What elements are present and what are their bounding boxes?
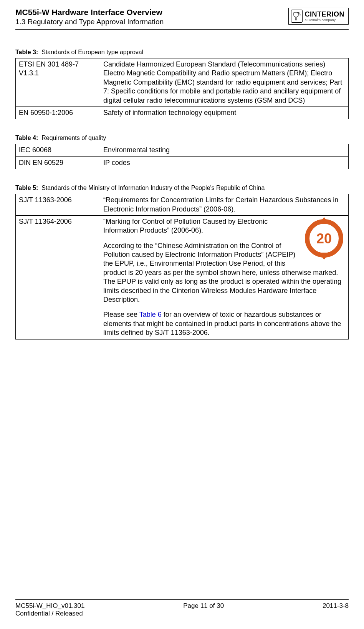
- doc-section: 1.3 Regulatory and Type Approval Informa…: [15, 18, 288, 26]
- table4-caption: Table 4: Requirements of quality: [15, 135, 349, 141]
- table4: IEC 60068 Environmental testing DIN EN 6…: [15, 144, 349, 169]
- table5-label: Table 5:: [15, 185, 38, 191]
- cell: SJ/T 11364-2006: [16, 215, 100, 339]
- logo-main-text: CINTERION: [305, 11, 345, 18]
- table3: ETSI EN 301 489-7 V1.3.1 Candidate Harmo…: [15, 58, 349, 119]
- table3-caption: Table 3: Standards of European type appr…: [15, 49, 349, 56]
- header-divider: [15, 29, 349, 30]
- signal-icon: [291, 10, 303, 23]
- title-block: MC55i-W Hardware Interface Overview 1.3 …: [15, 8, 288, 26]
- cell: Safety of information technology equipme…: [100, 106, 349, 119]
- cell: Candidate Harmonized European Standard (…: [100, 58, 349, 107]
- cell: SJ/T 11363-2006: [16, 194, 100, 216]
- main-content: Table 3: Standards of European type appr…: [15, 49, 349, 339]
- table3-label: Table 3:: [15, 49, 38, 55]
- t5r2-p3: Please see Table 6 for an overview of to…: [103, 310, 345, 337]
- table-row: DIN EN 60529 IP codes: [16, 156, 349, 169]
- footer-divider: [15, 599, 349, 600]
- table4-label: Table 4:: [15, 135, 38, 141]
- table3-caption-text: Standards of European type approval: [41, 49, 143, 55]
- footer-doc-id: MC55i-W_HIO_v01.301: [15, 602, 84, 610]
- footer-page: Page 11 of 30: [183, 602, 224, 617]
- cell: Environmental testing: [100, 144, 349, 156]
- cell: IEC 60068: [16, 144, 100, 156]
- epup-icon: 20: [303, 217, 345, 260]
- table5-caption-text: Standards of the Ministry of Information…: [41, 185, 265, 191]
- cell: 20 “Marking for Control of Pollution Cau…: [100, 215, 349, 339]
- footer-row: MC55i-W_HIO_v01.301 Confidential / Relea…: [15, 602, 349, 617]
- logo-sub-text: a Gemalto company: [305, 18, 345, 22]
- brand-logo: CINTERION a Gemalto company: [288, 8, 349, 25]
- logo-text: CINTERION a Gemalto company: [305, 11, 345, 22]
- cell: “Requirements for Concentration Limits f…: [100, 194, 349, 216]
- table-row: ETSI EN 301 489-7 V1.3.1 Candidate Harmo…: [16, 58, 349, 107]
- table-row: IEC 60068 Environmental testing: [16, 144, 349, 156]
- page-footer: MC55i-W_HIO_v01.301 Confidential / Relea…: [15, 599, 349, 617]
- table6-link[interactable]: Table 6: [139, 311, 162, 318]
- table5-caption: Table 5: Standards of the Ministry of In…: [15, 185, 349, 191]
- table-row: EN 60950-1:2006 Safety of information te…: [16, 106, 349, 119]
- footer-left: MC55i-W_HIO_v01.301 Confidential / Relea…: [15, 602, 84, 617]
- footer-date: 2011-3-8: [323, 602, 349, 617]
- cell: IP codes: [100, 156, 349, 169]
- table4-caption-text: Requirements of quality: [41, 135, 106, 141]
- epup-value: 20: [316, 231, 332, 246]
- cell: ETSI EN 301 489-7 V1.3.1: [16, 58, 100, 107]
- table-row: SJ/T 11363-2006 “Requirements for Concen…: [16, 194, 349, 216]
- cell: EN 60950-1:2006: [16, 106, 100, 119]
- page-header: MC55i-W Hardware Interface Overview 1.3 …: [15, 8, 349, 26]
- doc-title: MC55i-W Hardware Interface Overview: [15, 8, 288, 17]
- epup-cell: 20 “Marking for Control of Pollution Cau…: [103, 217, 345, 338]
- table5: SJ/T 11363-2006 “Requirements for Concen…: [15, 194, 349, 339]
- cell: DIN EN 60529: [16, 156, 100, 169]
- footer-confidential: Confidential / Released: [15, 610, 84, 617]
- p3a: Please see: [103, 311, 139, 318]
- table-row: SJ/T 11364-2006 20 “Marking for Control …: [16, 215, 349, 339]
